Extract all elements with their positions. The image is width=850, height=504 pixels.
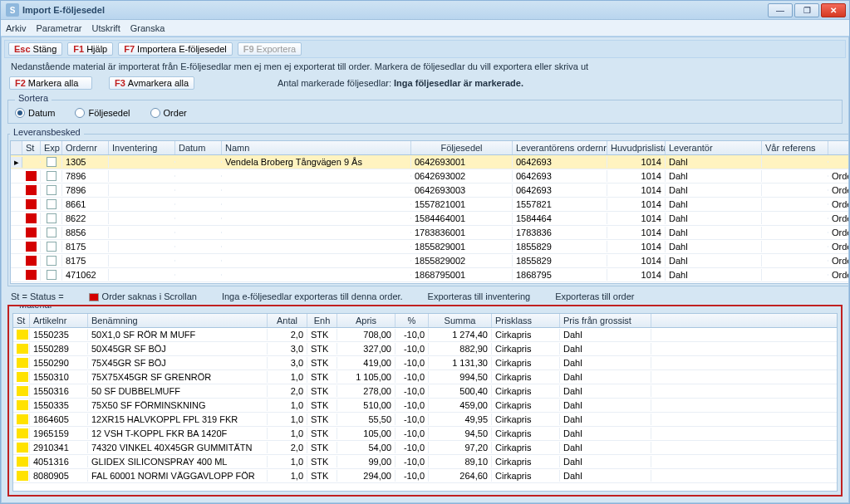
material-row[interactable]: 155023550X1,0 SF RÖR M MUFF2,0STK708,00-… [13,328,837,342]
lever-grid[interactable]: ▸1305Vendela Broberg Tångvägen 9 Ås06426… [10,155,849,284]
material-row[interactable]: 196515912 VSH T-KOPPL FKR BA 1420F1,0STK… [13,427,837,441]
lever-cell [222,274,411,276]
material-col-header[interactable]: St [13,314,30,327]
material-cell: 74320 VINKEL 40X45GR GUMMITÄTN [88,442,268,453]
close-button[interactable]: Esc Stäng [8,42,62,56]
lever-col-header[interactable]: Inventering [109,141,175,154]
material-col-header[interactable]: Benämning [88,314,268,327]
export-checkbox-cell[interactable] [41,269,62,281]
material-row[interactable]: 291034174320 VINKEL 40X45GR GUMMITÄTN2,0… [13,441,837,455]
lever-col-header[interactable]: Leverantörens ordernr [513,141,607,154]
checkbox-icon[interactable] [47,270,57,280]
sort-option-följesedel[interactable]: Följesedel [75,108,130,118]
checkbox-icon[interactable] [47,185,57,195]
lever-row[interactable]: ▸1305Vendela Broberg Tångvägen 9 Ås06426… [11,155,849,169]
lever-cell: Order saknas i o [828,269,849,281]
lever-row[interactable]: 8622158446400115844641014DahlOrder sakna… [11,212,849,226]
checkbox-icon[interactable] [47,213,57,223]
export-checkbox-cell[interactable] [41,255,62,267]
lever-row[interactable]: 8175185582900118558291014DahlOrder sakna… [11,240,849,254]
checkbox-icon[interactable] [47,242,57,252]
material-col-header[interactable]: Pris från grossist [560,314,651,327]
close-window-button[interactable]: ✕ [821,3,846,17]
material-col-header[interactable]: % [396,314,429,327]
lever-cell: Order saknas i o [828,255,849,267]
lever-col-header[interactable]: Datum [175,141,222,154]
menu-utskrift[interactable]: Utskrift [91,23,120,33]
status-cell [22,184,41,196]
lever-col-header[interactable]: Huvudprislista [607,141,666,154]
lever-row[interactable]: 7896064269300206426931014DahlOrder sakna… [11,169,849,183]
menu-granska[interactable]: Granska [130,23,165,33]
material-grid[interactable]: 155023550X1,0 SF RÖR M MUFF2,0STK708,00-… [12,328,838,492]
lever-col-header[interactable] [828,141,849,154]
lever-row[interactable]: 8175185582900218558291014DahlOrder sakna… [11,254,849,268]
material-cell: -10,0 [396,413,429,425]
lever-col-header[interactable]: Namn [222,141,411,154]
checkbox-icon[interactable] [47,199,57,209]
export-checkbox-cell[interactable] [41,213,62,224]
material-row[interactable]: 186460512XR15 HALVKOPPL FPL 319 FKR1,0ST… [13,413,837,427]
sort-option-datum[interactable]: Datum [15,108,55,118]
material-cell: Cirkapris [492,428,560,439]
lever-header[interactable]: StExpOrdernrInventeringDatumNamnFöljesed… [10,140,849,155]
status-red-icon [26,213,37,223]
menu-arkiv[interactable]: Arkiv [6,23,26,33]
material-row[interactable]: 155029075X45GR SF BÖJ3,0STK419,00-10,01 … [13,356,837,370]
lever-col-header[interactable]: Vår referens [762,141,828,154]
material-cell: 882,90 [429,343,492,355]
export-checkbox-cell[interactable] [41,184,62,196]
menu-parametrar[interactable]: Parametrar [36,23,81,33]
material-row[interactable]: 155031075X75X45GR SF GRENRÖR1,0STK1 105,… [13,370,837,384]
material-row[interactable]: 155031650 SF DUBBELMUFF2,0STK278,00-10,0… [13,384,837,399]
material-row[interactable]: 155028950X45GR SF BÖJ3,0STK327,00-10,088… [13,342,837,356]
material-col-header[interactable]: Summa [429,314,492,327]
export-checkbox-cell[interactable] [41,227,62,238]
material-header[interactable]: StArtikelnrBenämningAntalEnhApris%SummaP… [12,313,838,328]
lever-cell [222,232,411,233]
lever-cell: 1855829 [513,241,607,252]
lever-col-header[interactable]: Ordernr [62,141,109,154]
export-checkbox-cell[interactable] [41,156,62,168]
titlebar[interactable]: S Import E-följesedel — ❐ ✕ [1,1,849,20]
material-row[interactable]: 155033575X50 SF FÖRMINSKNING1,0STK510,00… [13,399,837,413]
material-col-header[interactable]: Enh [307,314,337,327]
import-button[interactable]: F7 Importera E-följesedel [118,42,232,56]
material-col-header[interactable]: Apris [337,314,396,327]
lever-row[interactable]: 8661155782100115578211014DahlOrder sakna… [11,198,849,212]
help-button[interactable]: F1 Hjälp [67,42,113,56]
material-cell: -10,0 [396,343,429,355]
lever-row[interactable]: 8856178383600117838361014DahlOrder sakna… [11,226,849,240]
material-cell: 3,0 [268,343,307,355]
sort-option-order[interactable]: Order [150,108,187,118]
lever-col-header[interactable]: Följesedel [411,141,513,154]
material-col-header[interactable]: Antal [268,314,307,327]
material-cell: 1 274,40 [429,329,492,340]
checkbox-icon[interactable] [47,171,57,181]
checkbox-icon[interactable] [47,228,57,237]
deselect-all-button[interactable]: F3 Avmarkera alla [109,76,194,90]
lever-cell [222,246,411,247]
material-col-header[interactable]: Artikelnr [30,314,88,327]
lever-cell: 0642693002 [411,170,513,182]
statusline-3: Exporteras till inventering [428,291,531,301]
export-checkbox-cell[interactable] [41,198,62,210]
lever-col-header[interactable]: Leverantör [666,141,762,154]
checkbox-icon[interactable] [47,256,57,266]
lever-col-header[interactable]: St [22,141,41,154]
status-yellow-icon [17,457,28,467]
material-row[interactable]: 4051316GLIDEX SILICONSPRAY 400 ML1,0STK9… [13,455,837,469]
lever-row[interactable]: 471062186879500118687951014DahlOrder sak… [11,268,849,282]
material-row[interactable]: 8080905FAL 60001 NORMI VÄGGAVLOPP FÖR1,0… [13,469,837,483]
minimize-button[interactable]: — [768,3,793,17]
export-checkbox-cell[interactable] [41,170,62,182]
material-cell: Dahl [560,428,651,439]
lever-cell: 1014 [607,184,666,196]
checkbox-icon[interactable] [47,157,57,167]
material-col-header[interactable]: Prisklass [492,314,560,327]
lever-row[interactable]: 7896064269300306426931014DahlOrder sakna… [11,183,849,198]
export-checkbox-cell[interactable] [41,241,62,252]
maximize-button[interactable]: ❐ [794,3,819,17]
select-all-button[interactable]: F2 Markera alla [9,76,92,90]
lever-col-header[interactable]: Exp [41,141,62,154]
